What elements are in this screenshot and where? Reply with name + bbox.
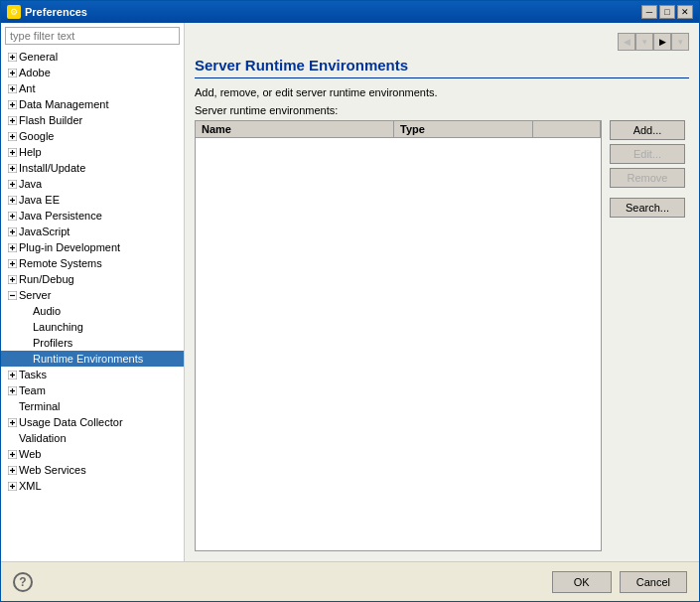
expand-icon	[5, 81, 19, 95]
sidebar-item-label: Java EE	[19, 194, 184, 206]
sidebar-item-label: Install/Update	[19, 162, 184, 174]
sidebar-item-label: Usage Data Collector	[19, 416, 184, 428]
sidebar-item-java[interactable]: Java	[1, 176, 184, 192]
panel-subtitle: Server runtime environments:	[195, 104, 689, 116]
sidebar-item-remote-systems[interactable]: Remote Systems	[1, 255, 184, 271]
nav-back-button[interactable]: ◀	[618, 33, 635, 51]
sidebar-item-label: Remote Systems	[19, 257, 184, 269]
expand-icon	[5, 463, 19, 477]
sidebar-item-label: General	[19, 51, 184, 63]
sidebar-item-label: Tasks	[19, 369, 184, 380]
minimize-button[interactable]: ─	[641, 5, 657, 19]
filter-input[interactable]	[5, 27, 180, 45]
sidebar-item-run-debug[interactable]: Run/Debug	[1, 271, 184, 287]
sidebar-item-label: Profilers	[33, 337, 184, 349]
sidebar-item-xml[interactable]: XML	[1, 478, 184, 494]
sidebar-item-data-management[interactable]: Data Management	[1, 96, 184, 112]
leaf-icon	[19, 336, 33, 350]
sidebar-item-label: Java Persistence	[19, 210, 184, 222]
sidebar-item-label: Run/Debug	[19, 273, 184, 285]
sidebar-item-usage-data-collector[interactable]: Usage Data Collector	[1, 414, 184, 430]
sidebar-item-web[interactable]: Web	[1, 446, 184, 462]
nav-forward-button[interactable]: ▶	[653, 33, 671, 51]
sidebar-item-label: Validation	[19, 432, 184, 444]
sidebar-item-label: Ant	[19, 82, 184, 94]
cancel-button[interactable]: Cancel	[620, 571, 687, 593]
expand-icon	[5, 415, 19, 429]
sidebar-item-server-profilers[interactable]: Profilers	[1, 335, 184, 351]
expand-icon	[5, 161, 19, 175]
sidebar-item-label: JavaScript	[19, 226, 184, 237]
expand-icon	[5, 177, 19, 191]
sidebar-item-terminal[interactable]: Terminal	[1, 398, 184, 414]
search-button[interactable]: Search...	[610, 198, 685, 218]
expand-icon	[5, 272, 19, 286]
preferences-window: ⚙ Preferences ─ □ ✕ GeneralAdobeAntData …	[0, 0, 700, 602]
tree-area: GeneralAdobeAntData ManagementFlash Buil…	[1, 49, 184, 561]
sidebar-item-flash-builder[interactable]: Flash Builder	[1, 112, 184, 128]
sidebar-item-java-ee[interactable]: Java EE	[1, 192, 184, 208]
table-header: Name Type	[196, 121, 601, 138]
close-button[interactable]: ✕	[677, 5, 693, 19]
sidebar-item-validation[interactable]: Validation	[1, 430, 184, 446]
sidebar-item-label: Runtime Environments	[33, 353, 184, 365]
app-icon: ⚙	[7, 5, 21, 19]
header-nav: ◀ ▾ ▶ ▾	[195, 33, 689, 51]
nav-down-button[interactable]: ▾	[635, 33, 653, 51]
expand-icon	[5, 240, 19, 254]
sidebar-item-ant[interactable]: Ant	[1, 80, 184, 96]
expand-icon	[5, 225, 19, 238]
title-bar: ⚙ Preferences ─ □ ✕	[1, 1, 699, 23]
expand-icon	[5, 288, 19, 302]
sidebar-item-plug-in-development[interactable]: Plug-in Development	[1, 239, 184, 255]
expand-icon	[5, 479, 19, 493]
leaf-icon	[19, 320, 33, 334]
ok-button[interactable]: OK	[552, 571, 612, 593]
sidebar-item-javascript[interactable]: JavaScript	[1, 224, 184, 239]
sidebar-item-tasks[interactable]: Tasks	[1, 367, 184, 382]
expand-icon	[5, 209, 19, 223]
nav-down2-button[interactable]: ▾	[671, 33, 689, 51]
remove-button[interactable]: Remove	[610, 168, 685, 188]
sidebar-item-help[interactable]: Help	[1, 144, 184, 160]
expand-icon	[5, 447, 19, 461]
leaf-icon	[5, 399, 19, 413]
sidebar-item-label: Team	[19, 384, 184, 396]
sidebar-item-google[interactable]: Google	[1, 128, 184, 144]
sidebar-item-server-runtime-environments[interactable]: Runtime Environments	[1, 351, 184, 367]
sidebar-item-install-update[interactable]: Install/Update	[1, 160, 184, 176]
sidebar-item-label: Adobe	[19, 67, 184, 78]
sidebar-item-label: Java	[19, 178, 184, 190]
help-button[interactable]: ?	[13, 572, 33, 592]
sidebar-item-server[interactable]: Server	[1, 287, 184, 303]
sidebar-item-team[interactable]: Team	[1, 382, 184, 398]
maximize-button[interactable]: □	[659, 5, 675, 19]
sidebar-item-server-launching[interactable]: Launching	[1, 319, 184, 335]
sidebar-item-label: Audio	[33, 305, 184, 317]
window-title: Preferences	[25, 6, 87, 18]
sidebar-item-java-persistence[interactable]: Java Persistence	[1, 208, 184, 224]
window-controls: ─ □ ✕	[641, 5, 693, 19]
sidebar-item-label: Terminal	[19, 400, 184, 412]
leaf-icon	[19, 352, 33, 366]
sidebar: GeneralAdobeAntData ManagementFlash Buil…	[1, 23, 185, 561]
expand-icon	[5, 383, 19, 397]
leaf-icon	[19, 304, 33, 318]
expand-icon	[5, 145, 19, 159]
sidebar-item-general[interactable]: General	[1, 49, 184, 65]
sidebar-item-label: Launching	[33, 321, 184, 333]
edit-button[interactable]: Edit...	[610, 144, 685, 164]
sidebar-item-label: Server	[19, 289, 184, 301]
expand-icon	[5, 50, 19, 64]
sidebar-item-adobe[interactable]: Adobe	[1, 65, 184, 80]
sidebar-item-web-services[interactable]: Web Services	[1, 462, 184, 478]
sidebar-item-label: XML	[19, 480, 184, 492]
title-bar-left: ⚙ Preferences	[7, 5, 87, 19]
content-area: GeneralAdobeAntData ManagementFlash Buil…	[1, 23, 699, 561]
column-name: Name	[196, 121, 394, 137]
panel-description: Add, remove, or edit server runtime envi…	[195, 86, 689, 98]
add-button[interactable]: Add...	[610, 120, 685, 140]
table-buttons-row: Name Type Add... Edit... Remove Search..…	[195, 120, 689, 551]
sidebar-item-server-audio[interactable]: Audio	[1, 303, 184, 319]
expand-icon	[5, 113, 19, 127]
